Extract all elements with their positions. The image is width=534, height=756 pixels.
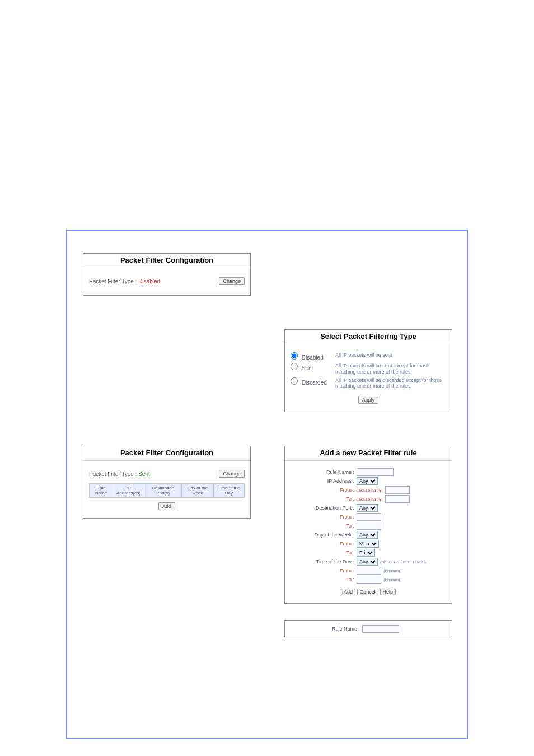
- dow-from-row: From : Mon: [291, 539, 446, 548]
- tod-select[interactable]: Any: [357, 558, 378, 566]
- port-to-value: [357, 522, 441, 530]
- radio-desc: All IP packets will be sent except for t…: [335, 363, 446, 375]
- rule-name-label: Rule Name :: [298, 469, 354, 475]
- col-left-3: Packet Filter Configuration Packet Filte…: [83, 446, 251, 637]
- radio-label[interactable]: Discarded: [291, 377, 330, 386]
- table-header-row: Rule Name IP Address(es) Destination Por…: [90, 484, 245, 498]
- tod-from-value: (hh:mm): [357, 567, 441, 575]
- tod-from-row: From : (hh:mm): [291, 566, 446, 575]
- col-left-2: [83, 329, 251, 412]
- row-2: Select Packet Filtering Type Disabled Al…: [83, 329, 451, 412]
- row-3: Packet Filter Configuration Packet Filte…: [83, 446, 451, 637]
- ip-value: Any: [357, 477, 441, 485]
- mini-rule-name-label: Rule Name :: [332, 626, 360, 632]
- radio-desc: All IP packets will be discarded except …: [335, 377, 446, 390]
- tod-row: Time of the Day : Any (hh: 00-23, mm: 00…: [291, 557, 446, 566]
- dow-to-select[interactable]: Fri: [357, 549, 375, 557]
- ip-to-input[interactable]: [385, 495, 410, 503]
- col-port: Destination Port(s): [144, 484, 182, 498]
- ip-to-row: To : 192.168.168.: [291, 494, 446, 503]
- col-tod: Time of the Day: [213, 484, 244, 498]
- ip-from-input[interactable]: [385, 486, 410, 494]
- dow-to-label: To :: [298, 550, 354, 556]
- type-label-wrap: Packet Filter Type : Disabled: [89, 278, 160, 284]
- dow-label: Day of the Week :: [298, 532, 354, 538]
- panel-title: Packet Filter Configuration: [83, 254, 250, 268]
- packet-filter-config-disabled-panel: Packet Filter Configuration Packet Filte…: [83, 253, 251, 296]
- tod-to-row: To : (hh:mm): [291, 575, 446, 584]
- radio-desc: All IP packets will be sent: [335, 352, 446, 358]
- config-line: Packet Filter Type : Disabled Change: [89, 275, 245, 287]
- type-label-wrap: Packet Filter Type : Sent: [89, 471, 150, 477]
- tod-from-input[interactable]: [357, 567, 381, 575]
- radio-sent[interactable]: [291, 363, 298, 370]
- port-from-value: [357, 513, 441, 521]
- radio-text: Disabled: [302, 354, 324, 361]
- ip-to-label: To :: [298, 496, 354, 502]
- add-rule-button[interactable]: Add: [341, 589, 355, 595]
- panel-body: Disabled All IP packets will be sent Sen…: [285, 349, 452, 406]
- ip-row: IP Address : Any: [291, 477, 446, 486]
- ip-select[interactable]: Any: [357, 477, 378, 485]
- mini-rule-name-input[interactable]: [362, 625, 399, 633]
- config-line: Packet Filter Type : Sent Change: [89, 468, 245, 480]
- col-right-3: Add a new Packet Filter rule Rule Name :…: [284, 446, 452, 637]
- tod-to-hint: (hh:mm): [383, 577, 400, 582]
- radio-row-sent: Sent All IP packets will be sent except …: [291, 362, 446, 376]
- help-button[interactable]: Help: [380, 589, 396, 595]
- ip-from-prefix: 192.168.168.: [357, 488, 383, 493]
- tod-hint: (hh: 00-23, mm: 00-59): [380, 559, 426, 564]
- col-ip: IP Address(es): [113, 484, 144, 498]
- rule-name-input[interactable]: [357, 468, 394, 476]
- panel-body: Rule Name : IP Address : Any: [285, 465, 452, 598]
- col-right-2: Select Packet Filtering Type Disabled Al…: [284, 329, 452, 412]
- packet-filter-config-sent-panel: Packet Filter Configuration Packet Filte…: [83, 446, 251, 519]
- port-from-input[interactable]: [357, 513, 381, 521]
- add-button[interactable]: Add: [158, 502, 175, 510]
- port-select[interactable]: Any: [357, 504, 378, 512]
- radio-text: Sent: [302, 365, 313, 371]
- rule-name-value: [357, 468, 441, 476]
- tod-to-label: To :: [298, 577, 354, 582]
- rule-name-mini-panel: Rule Name :: [284, 620, 452, 637]
- change-button[interactable]: Change: [219, 470, 245, 478]
- ip-to-value: 192.168.168.: [357, 495, 441, 503]
- port-row: Destination Port : Any: [291, 503, 446, 512]
- port-label: Destination Port :: [298, 505, 354, 511]
- radio-disabled[interactable]: [291, 352, 298, 360]
- rule-name-row: Rule Name :: [291, 468, 446, 477]
- tod-from-label: From :: [298, 568, 354, 573]
- rules-table-head: Rule Name IP Address(es) Destination Por…: [90, 484, 245, 498]
- tod-label: Time of the Day :: [298, 559, 354, 564]
- page-frame: Packet Filter Configuration Packet Filte…: [66, 230, 468, 739]
- select-filtering-type-panel: Select Packet Filtering Type Disabled Al…: [284, 329, 452, 412]
- row-1: Packet Filter Configuration Packet Filte…: [83, 253, 451, 296]
- port-to-label: To :: [298, 523, 354, 529]
- radio-text: Discarded: [302, 380, 327, 386]
- ip-to-prefix: 192.168.168.: [357, 497, 383, 502]
- col-dow: Day of the week: [182, 484, 213, 498]
- panel-body: Packet Filter Type : Disabled Change: [83, 273, 250, 290]
- add-wrap: Add: [89, 502, 245, 510]
- tod-value: Any (hh: 00-23, mm: 00-59): [357, 558, 441, 566]
- col-rule-name: Rule Name: [90, 484, 113, 498]
- tod-to-input[interactable]: [357, 576, 381, 584]
- port-to-input[interactable]: [357, 522, 381, 530]
- panel-title: Packet Filter Configuration: [83, 446, 250, 461]
- dow-select[interactable]: Any: [357, 531, 378, 539]
- panel-body: Packet Filter Type : Sent Change Rule Na…: [83, 465, 250, 512]
- change-button[interactable]: Change: [219, 277, 245, 285]
- apply-wrap: Apply: [291, 396, 446, 404]
- panel-title: Add a new Packet Filter rule: [285, 446, 452, 461]
- mini-rule-name-row: Rule Name :: [291, 624, 446, 633]
- radio-label[interactable]: Sent: [291, 363, 330, 371]
- radio-label[interactable]: Disabled: [291, 352, 330, 361]
- cancel-button[interactable]: Cancel: [357, 589, 378, 595]
- radio-discarded[interactable]: [291, 377, 298, 385]
- dow-to-row: To : Fri: [291, 548, 446, 557]
- dow-from-select[interactable]: Mon: [357, 540, 379, 548]
- port-from-label: From :: [298, 514, 354, 520]
- col-left-1: Packet Filter Configuration Packet Filte…: [83, 253, 251, 296]
- apply-button[interactable]: Apply: [358, 396, 379, 404]
- ip-from-row: From : 192.168.168.: [291, 486, 446, 494]
